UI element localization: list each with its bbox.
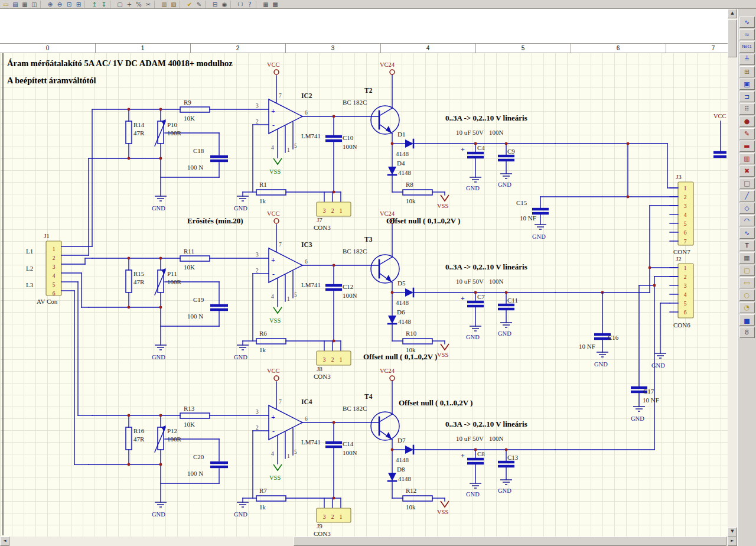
transistor-symbol[interactable] <box>371 106 399 134</box>
text-tool-button[interactable]: T <box>739 240 755 251</box>
braces-icon[interactable]: { } <box>236 1 245 8</box>
wire-segments[interactable] <box>89 381 555 508</box>
scroll-down-button[interactable]: ▼ <box>728 527 737 537</box>
zoom-in-icon[interactable]: ⊕ <box>45 1 55 8</box>
grid-toggle-icon[interactable]: ▩ <box>271 1 280 8</box>
erc-check-icon[interactable]: ✔ <box>185 1 194 8</box>
print-icon[interactable]: ▦ <box>20 1 30 8</box>
svg-text:J9: J9 <box>317 522 322 529</box>
transistor-symbol[interactable] <box>371 412 399 440</box>
svg-text:47R: 47R <box>133 436 145 443</box>
scroll-left-button[interactable]: ◄ <box>0 537 9 546</box>
channel-2[interactable]: + - + 3 2 1 R11 10K R15 47R P11 100R C19… <box>89 210 555 380</box>
svg-text:GND: GND <box>152 511 165 518</box>
chart-tool-button[interactable]: ▅ <box>739 314 755 326</box>
new-sheet-tool-button[interactable]: □ <box>739 178 755 189</box>
bus-tool-button[interactable]: ≈ <box>739 29 755 40</box>
svg-text:+: + <box>271 107 275 115</box>
input-connector-j1[interactable]: J1 1 2 3 4 5 6 AV Con L1 L2 L3 <box>26 109 92 464</box>
delete-tool-button[interactable]: ✖ <box>739 165 755 177</box>
part-tool-button[interactable]: ⊞ <box>739 66 755 77</box>
line-tool-button[interactable]: ╱ <box>739 190 755 202</box>
input-resistor-network[interactable] <box>126 256 432 344</box>
offset-connector[interactable]: 3 2 1 <box>317 202 351 216</box>
output-connector-j2[interactable]: J2 1 2 3 4 5 6 CON6 <box>670 255 693 329</box>
move-selection-icon[interactable]: + <box>125 1 134 8</box>
table-tool-button[interactable]: ▦ <box>739 252 755 264</box>
select-area-icon[interactable]: ▢ <box>115 1 125 8</box>
save-icon[interactable]: ▤ <box>11 1 20 8</box>
transistor-symbol[interactable] <box>371 255 399 283</box>
vertical-scroll-thumb[interactable] <box>728 20 737 57</box>
browse-library-icon[interactable]: ▧ <box>169 1 178 8</box>
input-resistor-network[interactable] <box>126 413 432 501</box>
offset-connector[interactable]: 3 2 1 <box>317 351 351 365</box>
svg-text:GND: GND <box>466 491 480 498</box>
zoom-all-icon[interactable]: ⊞ <box>74 1 83 8</box>
svg-text:100R: 100R <box>167 278 182 285</box>
pie-tool-button[interactable]: ◔ <box>739 302 755 313</box>
vertical-scrollbar[interactable]: ▲ ▼ <box>728 9 737 537</box>
wire-segments[interactable] <box>89 74 555 202</box>
svg-text:100R: 100R <box>167 436 182 443</box>
power-port-tool-button[interactable]: ╧ <box>739 54 755 65</box>
horizontal-scroll-thumb[interactable] <box>294 537 726 546</box>
annotate-pen-tool-button[interactable]: ✎ <box>739 128 755 139</box>
help-icon[interactable]: ? <box>245 1 255 8</box>
net-label-tool-button[interactable]: Net1 <box>739 41 755 53</box>
zoom-out-icon[interactable]: ⊖ <box>55 1 64 8</box>
sheet-entry-tool-button[interactable]: ⊐ <box>739 91 755 102</box>
schematic-canvas[interactable]: Áram mérőátalakító 5A AC/ 1V DC ADAM 400… <box>0 0 728 546</box>
toolbar-separator <box>84 1 89 8</box>
svg-text:10 uF 50V: 10 uF 50V <box>456 435 484 442</box>
matrix-tool-button[interactable]: ▥ <box>739 153 755 164</box>
svg-text:LM741: LM741 <box>301 132 321 139</box>
open-icon[interactable]: ▭ <box>1 1 11 8</box>
svg-text:2: 2 <box>256 425 259 431</box>
input-resistor-network[interactable] <box>126 107 432 195</box>
offset-connector[interactable]: 3 2 1 <box>317 508 351 522</box>
descend-hierarchy-icon[interactable]: ↧ <box>99 1 109 8</box>
svg-text:2: 2 <box>331 357 334 363</box>
polygon-tool-button[interactable]: ◇ <box>739 203 755 214</box>
sheet-symbol-tool-button[interactable]: ▣ <box>739 79 755 90</box>
scroll-up-button[interactable]: ▲ <box>728 9 737 18</box>
svg-text:C18: C18 <box>193 147 204 154</box>
junction-tool-button[interactable]: ● <box>739 116 755 127</box>
filter-capacitors[interactable]: C15 10 NF GND C16 10 NF GND C17 10 NF GN… <box>516 197 670 422</box>
svg-text:2: 2 <box>53 255 56 261</box>
channel-3[interactable]: + - + 3 2 1 R13 10K R16 47R P12 100R C20… <box>89 368 555 537</box>
ascend-hierarchy-icon[interactable]: ↥ <box>90 1 99 8</box>
output-connector-j3[interactable]: J3 1 2 3 4 5 6 7 CON7 <box>670 173 693 255</box>
zoom-window-icon[interactable]: ⊡ <box>64 1 74 8</box>
visibility-icon[interactable]: ◉ <box>220 1 229 8</box>
add-part-icon[interactable]: ⊟ <box>210 1 220 8</box>
drawing-tools-palette: ∿≈Net1╧⊞▣⊐⠿●✎▬▥✖□╱◇◠∿T▦▢▭○◔▅8 <box>737 9 756 546</box>
brush-tool-button[interactable]: ▬ <box>739 141 755 152</box>
print-setup-icon[interactable]: ▦ <box>261 1 271 8</box>
array-tool-button[interactable]: ⠿ <box>739 103 755 115</box>
svg-text:IC2: IC2 <box>301 92 312 99</box>
horizontal-scrollbar[interactable]: ◄ ► <box>0 537 737 546</box>
rounded-rect-tool-button[interactable]: ▢ <box>739 265 755 276</box>
scale-icon[interactable]: % <box>134 1 144 8</box>
cut-icon[interactable]: ✂ <box>144 1 153 8</box>
arc-tool-button[interactable]: ◠ <box>739 215 755 226</box>
print-preview-icon[interactable]: ◫ <box>30 1 39 8</box>
rect-tool-button[interactable]: ▭ <box>739 277 755 288</box>
svg-text:VSS: VSS <box>269 474 281 481</box>
channel-1[interactable]: + - + 3 2 1 R9 10K R14 47R P10 100R C18 … <box>89 61 555 231</box>
edge-fragment: VCC <box>713 113 726 157</box>
seven-seg-tool-button[interactable]: 8 <box>739 327 755 338</box>
wire-segments[interactable] <box>89 223 555 351</box>
svg-text:C9: C9 <box>507 148 515 155</box>
ellipse-tool-button[interactable]: ○ <box>739 290 755 301</box>
svg-text:D1: D1 <box>397 131 405 138</box>
wire-tool-button[interactable]: ∿ <box>739 17 755 28</box>
toolbar-separator <box>40 1 44 8</box>
library-icon[interactable]: ▥ <box>159 1 169 8</box>
edit-sheet-icon[interactable]: ✎ <box>194 1 204 8</box>
svg-text:BC 182C: BC 182C <box>343 405 367 412</box>
bezier-tool-button[interactable]: ∿ <box>739 228 755 239</box>
scroll-right-button[interactable]: ► <box>728 537 737 546</box>
